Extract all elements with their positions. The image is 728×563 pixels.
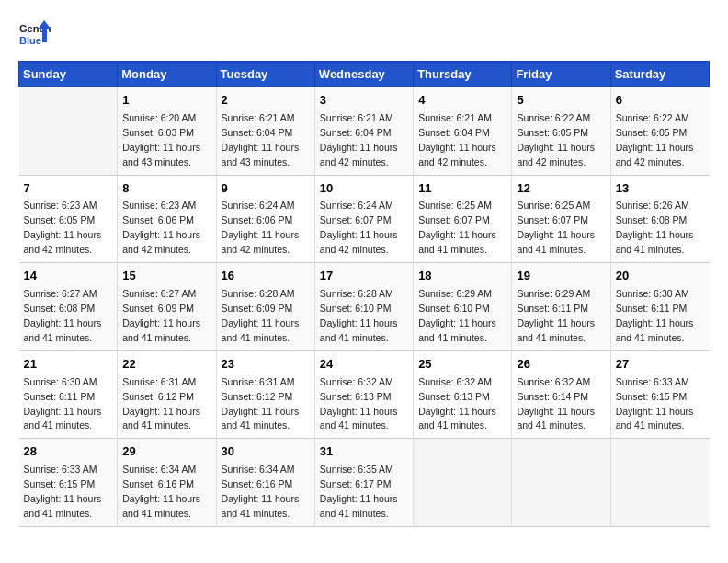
weekday-header-sunday: Sunday <box>19 62 118 87</box>
weekday-header-thursday: Thursday <box>414 62 512 87</box>
day-number: 20 <box>616 268 705 285</box>
day-info: Sunrise: 6:24 AM Sunset: 6:06 PM Dayligh… <box>222 200 300 255</box>
day-cell-9: 9Sunrise: 6:24 AM Sunset: 6:06 PM Daylig… <box>216 175 314 263</box>
day-cell-25: 25Sunrise: 6:32 AM Sunset: 6:13 PM Dayli… <box>414 350 512 439</box>
day-cell-7: 7Sunrise: 6:23 AM Sunset: 6:05 PM Daylig… <box>19 175 118 263</box>
day-number: 8 <box>122 180 210 198</box>
weekday-header-row: SundayMondayTuesdayWednesdayThursdayFrid… <box>19 62 710 87</box>
page-header: General Blue <box>18 18 710 52</box>
day-cell-20: 20Sunrise: 6:30 AM Sunset: 6:11 PM Dayli… <box>610 263 709 351</box>
day-cell-23: 23Sunrise: 6:31 AM Sunset: 6:12 PM Dayli… <box>216 350 314 439</box>
day-number: 17 <box>320 268 408 285</box>
day-cell-12: 12Sunrise: 6:25 AM Sunset: 6:07 PM Dayli… <box>512 175 610 263</box>
weekday-header-tuesday: Tuesday <box>216 62 314 87</box>
day-number: 5 <box>517 92 605 109</box>
weekday-header-friday: Friday <box>512 62 610 87</box>
day-number: 22 <box>122 356 210 373</box>
day-info: Sunrise: 6:22 AM Sunset: 6:05 PM Dayligh… <box>517 112 595 167</box>
day-number: 18 <box>418 268 506 285</box>
day-cell-10: 10Sunrise: 6:24 AM Sunset: 6:07 PM Dayli… <box>314 175 413 263</box>
day-number: 16 <box>222 268 310 285</box>
day-number: 25 <box>418 356 506 373</box>
day-info: Sunrise: 6:21 AM Sunset: 6:04 PM Dayligh… <box>418 112 496 167</box>
day-cell-15: 15Sunrise: 6:27 AM Sunset: 6:09 PM Dayli… <box>118 263 216 351</box>
day-info: Sunrise: 6:22 AM Sunset: 6:05 PM Dayligh… <box>616 112 694 167</box>
day-info: Sunrise: 6:32 AM Sunset: 6:13 PM Dayligh… <box>418 376 496 431</box>
day-cell-11: 11Sunrise: 6:25 AM Sunset: 6:07 PM Dayli… <box>414 175 512 263</box>
day-info: Sunrise: 6:29 AM Sunset: 6:11 PM Dayligh… <box>517 288 595 343</box>
day-number: 24 <box>320 356 408 373</box>
day-number: 19 <box>517 268 605 285</box>
day-info: Sunrise: 6:28 AM Sunset: 6:09 PM Dayligh… <box>222 288 300 343</box>
day-info: Sunrise: 6:34 AM Sunset: 6:16 PM Dayligh… <box>122 464 200 519</box>
day-cell-28: 28Sunrise: 6:33 AM Sunset: 6:15 PM Dayli… <box>19 439 118 527</box>
day-info: Sunrise: 6:21 AM Sunset: 6:04 PM Dayligh… <box>320 112 398 167</box>
week-row-4: 21Sunrise: 6:30 AM Sunset: 6:11 PM Dayli… <box>19 350 710 439</box>
day-number: 26 <box>517 356 605 373</box>
day-info: Sunrise: 6:33 AM Sunset: 6:15 PM Dayligh… <box>24 464 102 519</box>
empty-cell <box>414 439 512 527</box>
day-number: 23 <box>222 356 310 373</box>
day-cell-3: 3Sunrise: 6:21 AM Sunset: 6:04 PM Daylig… <box>314 87 413 176</box>
empty-cell <box>610 439 709 527</box>
weekday-header-saturday: Saturday <box>610 62 709 87</box>
day-number: 14 <box>24 268 113 285</box>
day-number: 1 <box>122 92 210 109</box>
day-info: Sunrise: 6:31 AM Sunset: 6:12 PM Dayligh… <box>122 376 200 431</box>
week-row-5: 28Sunrise: 6:33 AM Sunset: 6:15 PM Dayli… <box>19 439 710 527</box>
day-info: Sunrise: 6:35 AM Sunset: 6:17 PM Dayligh… <box>320 464 398 519</box>
day-cell-22: 22Sunrise: 6:31 AM Sunset: 6:12 PM Dayli… <box>118 350 216 439</box>
day-cell-1: 1Sunrise: 6:20 AM Sunset: 6:03 PM Daylig… <box>118 87 216 176</box>
day-cell-21: 21Sunrise: 6:30 AM Sunset: 6:11 PM Dayli… <box>19 350 118 439</box>
weekday-header-monday: Monday <box>118 62 216 87</box>
day-info: Sunrise: 6:29 AM Sunset: 6:10 PM Dayligh… <box>418 288 496 343</box>
day-info: Sunrise: 6:32 AM Sunset: 6:14 PM Dayligh… <box>517 376 595 431</box>
day-number: 10 <box>320 180 408 198</box>
day-info: Sunrise: 6:25 AM Sunset: 6:07 PM Dayligh… <box>418 200 496 255</box>
day-number: 29 <box>122 443 210 461</box>
day-cell-2: 2Sunrise: 6:21 AM Sunset: 6:04 PM Daylig… <box>216 87 314 176</box>
weekday-header-wednesday: Wednesday <box>314 62 413 87</box>
day-info: Sunrise: 6:26 AM Sunset: 6:08 PM Dayligh… <box>616 200 694 255</box>
day-cell-17: 17Sunrise: 6:28 AM Sunset: 6:10 PM Dayli… <box>314 263 413 351</box>
day-info: Sunrise: 6:27 AM Sunset: 6:09 PM Dayligh… <box>122 288 200 343</box>
day-info: Sunrise: 6:20 AM Sunset: 6:03 PM Dayligh… <box>122 112 200 167</box>
day-cell-6: 6Sunrise: 6:22 AM Sunset: 6:05 PM Daylig… <box>610 87 709 176</box>
day-info: Sunrise: 6:24 AM Sunset: 6:07 PM Dayligh… <box>320 200 398 255</box>
day-cell-31: 31Sunrise: 6:35 AM Sunset: 6:17 PM Dayli… <box>314 439 413 527</box>
week-row-3: 14Sunrise: 6:27 AM Sunset: 6:08 PM Dayli… <box>19 263 710 351</box>
day-info: Sunrise: 6:30 AM Sunset: 6:11 PM Dayligh… <box>616 288 694 343</box>
day-number: 4 <box>418 92 506 109</box>
day-number: 7 <box>24 180 113 198</box>
day-cell-8: 8Sunrise: 6:23 AM Sunset: 6:06 PM Daylig… <box>118 175 216 263</box>
week-row-1: 1Sunrise: 6:20 AM Sunset: 6:03 PM Daylig… <box>19 87 710 176</box>
day-info: Sunrise: 6:23 AM Sunset: 6:05 PM Dayligh… <box>24 200 102 255</box>
calendar-table: SundayMondayTuesdayWednesdayThursdayFrid… <box>18 61 710 527</box>
day-number: 2 <box>222 92 310 109</box>
day-info: Sunrise: 6:25 AM Sunset: 6:07 PM Dayligh… <box>517 200 595 255</box>
day-number: 28 <box>24 443 113 461</box>
day-number: 6 <box>616 92 705 109</box>
empty-cell <box>512 439 610 527</box>
day-number: 11 <box>418 180 506 198</box>
logo-svg: General Blue <box>18 18 51 52</box>
day-info: Sunrise: 6:33 AM Sunset: 6:15 PM Dayligh… <box>616 376 694 431</box>
day-cell-18: 18Sunrise: 6:29 AM Sunset: 6:10 PM Dayli… <box>414 263 512 351</box>
day-cell-24: 24Sunrise: 6:32 AM Sunset: 6:13 PM Dayli… <box>314 350 413 439</box>
svg-text:Blue: Blue <box>19 35 41 46</box>
day-cell-14: 14Sunrise: 6:27 AM Sunset: 6:08 PM Dayli… <box>19 263 118 351</box>
day-info: Sunrise: 6:28 AM Sunset: 6:10 PM Dayligh… <box>320 288 398 343</box>
day-cell-27: 27Sunrise: 6:33 AM Sunset: 6:15 PM Dayli… <box>610 350 709 439</box>
logo: General Blue <box>18 18 51 52</box>
day-cell-30: 30Sunrise: 6:34 AM Sunset: 6:16 PM Dayli… <box>216 439 314 527</box>
day-number: 27 <box>616 356 705 373</box>
week-row-2: 7Sunrise: 6:23 AM Sunset: 6:05 PM Daylig… <box>19 175 710 263</box>
day-info: Sunrise: 6:21 AM Sunset: 6:04 PM Dayligh… <box>222 112 300 167</box>
day-number: 12 <box>517 180 605 198</box>
day-info: Sunrise: 6:30 AM Sunset: 6:11 PM Dayligh… <box>24 376 102 431</box>
day-number: 31 <box>320 443 408 461</box>
day-info: Sunrise: 6:34 AM Sunset: 6:16 PM Dayligh… <box>222 464 300 519</box>
day-cell-19: 19Sunrise: 6:29 AM Sunset: 6:11 PM Dayli… <box>512 263 610 351</box>
day-number: 3 <box>320 92 408 109</box>
day-cell-16: 16Sunrise: 6:28 AM Sunset: 6:09 PM Dayli… <box>216 263 314 351</box>
